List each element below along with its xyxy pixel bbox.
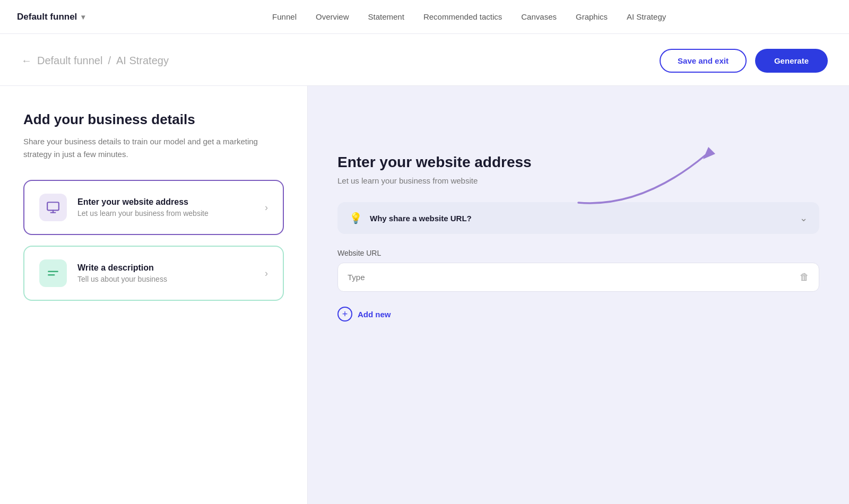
website-card-icon: [39, 194, 67, 221]
left-panel-subtitle: Share your business details to train our…: [23, 135, 284, 161]
faq-label: Why share a website URL?: [370, 214, 472, 223]
nav-ai-strategy[interactable]: AI Strategy: [627, 12, 666, 21]
website-card-chevron-right-icon: ›: [265, 202, 268, 213]
left-panel-title: Add your business details: [23, 111, 284, 128]
main-content: Add your business details Share your bus…: [0, 86, 849, 504]
description-card-chevron-right-icon: ›: [265, 268, 268, 279]
breadcrumb: ← Default funnel / AI Strategy: [21, 55, 169, 67]
nav-recommended-tactics[interactable]: Recommended tactics: [423, 12, 502, 21]
description-icon: [46, 266, 60, 280]
description-card-text: Write a description Tell us about your b…: [77, 263, 254, 283]
description-card-icon: [39, 259, 67, 287]
svg-rect-0: [47, 202, 59, 210]
add-new-button[interactable]: + Add new: [337, 307, 391, 321]
faq-content: 💡 Why share a website URL?: [349, 212, 472, 224]
faq-chevron-down-icon: ⌄: [800, 212, 808, 224]
add-new-label: Add new: [358, 310, 391, 319]
url-section: Website URL 🗑: [337, 249, 819, 292]
generate-button[interactable]: Generate: [755, 49, 828, 73]
top-navigation: Default funnel ▾ Funnel Overview Stateme…: [0, 0, 849, 34]
brand-chevron-down-icon: ▾: [81, 13, 85, 21]
brand-logo[interactable]: Default funnel ▾: [17, 12, 85, 22]
nav-graphics[interactable]: Graphics: [576, 12, 608, 21]
page-header: ← Default funnel / AI Strategy Save and …: [0, 34, 849, 86]
breadcrumb-current: AI Strategy: [116, 55, 169, 67]
description-card-title: Write a description: [77, 263, 254, 273]
right-panel-title: Enter your website address: [337, 154, 819, 171]
nav-canvases[interactable]: Canvases: [521, 12, 557, 21]
website-card-text: Enter your website address Let us learn …: [77, 197, 254, 218]
breadcrumb-separator: /: [108, 55, 111, 67]
nav-links: Funnel Overview Statement Recommended ta…: [106, 12, 832, 21]
nav-funnel[interactable]: Funnel: [272, 12, 297, 21]
url-input-wrap: 🗑: [337, 263, 819, 292]
page-actions: Save and exit Generate: [660, 49, 828, 73]
breadcrumb-main: Default funnel: [37, 55, 102, 67]
trash-icon[interactable]: 🗑: [800, 272, 809, 283]
step-card-website[interactable]: Enter your website address Let us learn …: [23, 180, 284, 235]
website-card-desc: Let us learn your business from website: [77, 209, 254, 218]
step-card-description[interactable]: Write a description Tell us about your b…: [23, 246, 284, 301]
nav-overview[interactable]: Overview: [316, 12, 349, 21]
nav-statement[interactable]: Statement: [368, 12, 404, 21]
left-panel: Add your business details Share your bus…: [0, 86, 308, 504]
plus-circle-icon: +: [337, 307, 352, 321]
brand-label: Default funnel: [17, 12, 77, 22]
url-input[interactable]: [348, 273, 800, 282]
website-card-title: Enter your website address: [77, 197, 254, 207]
lightbulb-icon: 💡: [349, 212, 362, 224]
back-arrow-icon[interactable]: ←: [21, 55, 32, 67]
url-label: Website URL: [337, 249, 819, 257]
description-card-desc: Tell us about your business: [77, 275, 254, 283]
save-exit-button[interactable]: Save and exit: [660, 49, 747, 73]
monitor-icon: [46, 201, 60, 214]
faq-accordion[interactable]: 💡 Why share a website URL? ⌄: [337, 202, 819, 234]
right-panel: Enter your website address Let us learn …: [308, 86, 849, 504]
right-panel-subtitle: Let us learn your business from website: [337, 176, 819, 185]
